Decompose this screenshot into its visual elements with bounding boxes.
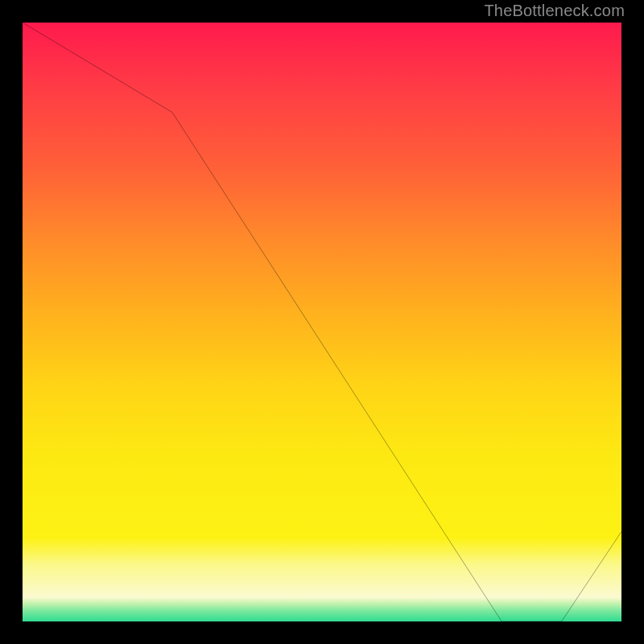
line-plot xyxy=(23,23,621,621)
chart-root: TheBottleneck.com xyxy=(0,0,644,644)
attribution-text: TheBottleneck.com xyxy=(484,2,625,20)
chart-line xyxy=(23,23,621,621)
plot-area xyxy=(23,23,621,621)
